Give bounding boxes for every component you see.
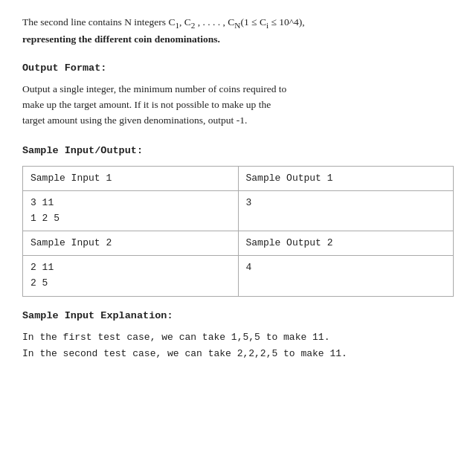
sample-io-section: Sample Input/Output: Sample Input 1 Samp… <box>22 144 454 297</box>
sample-io-title: Sample Input/Output: <box>22 144 454 158</box>
output-format-body: Output a single integer, the minimum num… <box>22 82 454 129</box>
output-format-section: Output Format: Output a single integer, … <box>22 61 454 129</box>
output-line2: make up the target amount. If it is not … <box>22 99 271 110</box>
intro-paragraph: The second line contains N integers C1, … <box>22 15 454 48</box>
table-header-row-2: Sample Input 2 Sample Output 2 <box>23 231 454 256</box>
table-header-row-1: Sample Input 1 Sample Output 1 <box>23 167 454 191</box>
table-data-row-1: 3 11 1 2 5 3 <box>23 190 454 231</box>
explanation-body: In the first test case, we can take 1,5,… <box>22 329 454 362</box>
output-line3: target amount using the given denominati… <box>22 115 247 126</box>
sample-output-1-header: Sample Output 1 <box>238 167 454 191</box>
explanation-title: Sample Input Explanation: <box>22 309 454 324</box>
output-format-title: Output Format: <box>22 61 454 76</box>
output-line1: Output a single integer, the minimum num… <box>22 83 286 94</box>
sample-input-2-data: 2 11 2 5 <box>23 255 239 296</box>
intro-line2-bold: representing the different coin denomina… <box>22 33 220 45</box>
sample-output-1-data: 3 <box>238 190 454 231</box>
table-data-row-2: 2 11 2 5 4 <box>23 255 454 296</box>
explanation-line1: In the first test case, we can take 1,5,… <box>22 332 329 343</box>
sample-input-2-header: Sample Input 2 <box>23 231 239 256</box>
explanation-section: Sample Input Explanation: In the first t… <box>22 309 454 362</box>
sample-output-2-data: 4 <box>238 255 454 296</box>
sample-io-table: Sample Input 1 Sample Output 1 3 11 1 2 … <box>22 166 454 297</box>
sample-output-2-header: Sample Output 2 <box>238 231 454 256</box>
explanation-line2: In the second test case, we can take 2,2… <box>22 348 347 359</box>
sample-input-1-data: 3 11 1 2 5 <box>23 190 239 231</box>
intro-line1: The second line contains N integers C1, … <box>22 16 305 28</box>
sample-input-1-header: Sample Input 1 <box>23 167 239 191</box>
